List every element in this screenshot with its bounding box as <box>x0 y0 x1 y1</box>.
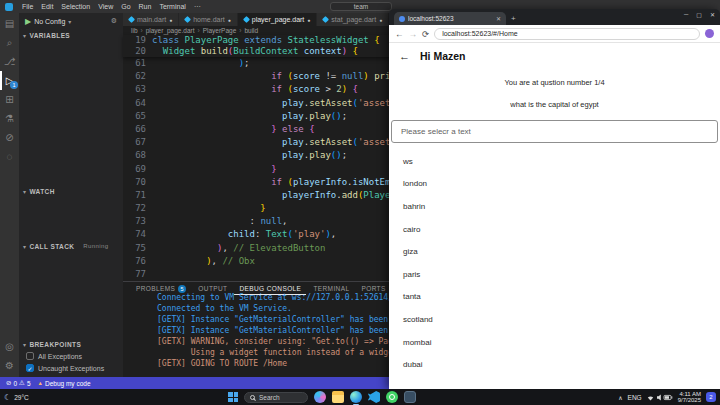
modified-dot[interactable]: ● <box>169 17 172 23</box>
minimize-button[interactable]: ─ <box>684 11 688 18</box>
source-control-icon[interactable]: ⎇ <box>0 52 19 71</box>
start-button[interactable] <box>228 392 238 402</box>
maximize-button[interactable]: ▢ <box>696 11 702 18</box>
breadcrumb-item[interactable]: PlayerPage <box>203 27 237 34</box>
back-button[interactable]: ← <box>395 29 404 39</box>
breadcrumb-separator-icon: › <box>197 27 199 34</box>
section-watch[interactable]: WATCH <box>19 185 123 197</box>
taskbar-search[interactable]: Search <box>244 392 308 403</box>
chevron-down-icon <box>23 243 26 250</box>
hidden-icons-chevron[interactable]: ∧ <box>618 394 622 401</box>
line-number: 76 <box>125 255 152 268</box>
system-tray: ∧ ENG 4:11 AM 9/7/2025 2 <box>618 389 716 405</box>
testing-icon[interactable]: ⚗ <box>0 109 19 128</box>
forward-button[interactable]: → <box>409 29 418 39</box>
date: 9/7/2025 <box>678 397 701 404</box>
answer-option[interactable]: scotland <box>389 308 720 331</box>
settings-icon[interactable]: ⚙ <box>0 356 19 375</box>
answer-option[interactable]: london <box>389 173 720 196</box>
problems-status[interactable]: ⊘ 0 ⚠ 5 <box>6 379 31 387</box>
answer-option[interactable]: dubai <box>389 353 720 376</box>
menu-item-file[interactable]: File <box>18 3 37 11</box>
language-indicator[interactable]: ENG <box>628 394 642 401</box>
menu-item-run[interactable]: Run <box>135 3 156 11</box>
answer-option[interactable]: ws <box>389 150 720 173</box>
tab-close-icon[interactable]: ✕ <box>496 15 501 22</box>
answer-option[interactable]: mombai <box>389 331 720 354</box>
editor-tab[interactable]: stat_page.dart● <box>317 13 389 26</box>
answer-option[interactable]: cairo <box>389 218 720 241</box>
panel-tab-label: PORTS <box>361 285 385 292</box>
section-label: VARIABLES <box>29 32 70 39</box>
call-stack-status: Running <box>83 243 108 249</box>
command-center[interactable]: team <box>330 2 392 11</box>
menu-item-go[interactable]: Go <box>117 3 134 11</box>
account-icon[interactable]: ◎ <box>0 337 19 356</box>
search-icon[interactable]: ⌕ <box>0 33 19 52</box>
notification-badge[interactable]: 2 <box>706 392 716 402</box>
tray-status-icons[interactable] <box>647 393 673 402</box>
chat-icon[interactable]: ◌ <box>0 147 19 166</box>
section-breakpoints[interactable]: BREAKPOINTS <box>19 338 123 350</box>
refresh-button[interactable]: ⟳ <box>422 29 429 39</box>
editor-tab[interactable]: main.dart● <box>123 13 179 26</box>
menu-item-edit[interactable]: Edit <box>37 3 57 11</box>
profile-avatar[interactable] <box>705 29 714 38</box>
answer-option[interactable]: tanta <box>389 286 720 309</box>
address-bar[interactable]: localhost:52623/#/Home <box>434 28 700 40</box>
run-debug-icon[interactable]: ▷1 <box>0 71 19 90</box>
flame-icon: ▲ <box>38 380 43 386</box>
clock[interactable]: 4:11 AM 9/7/2025 <box>678 391 701 404</box>
file-explorer-icon[interactable] <box>332 391 344 403</box>
debug-status[interactable]: ▲ Debug my code <box>38 380 91 387</box>
panel-tab-label: DEBUG CONSOLE <box>239 285 301 292</box>
extensions-icon[interactable]: ⊞ <box>0 90 19 109</box>
explorer-icon[interactable]: ▤ <box>0 14 19 33</box>
weather-widget[interactable]: ☾ 29°C <box>4 389 29 405</box>
copilot-icon[interactable] <box>314 391 326 403</box>
new-tab-button[interactable]: + <box>511 14 516 23</box>
answer-input[interactable]: Please selecr a text <box>391 120 718 143</box>
editor-tab[interactable]: home.dart● <box>179 13 238 26</box>
vscode-icon[interactable] <box>368 391 380 403</box>
debug-config-select[interactable]: No Config <box>34 18 65 25</box>
answer-option[interactable]: bahrin <box>389 195 720 218</box>
start-debug-button[interactable]: ▶ <box>25 17 31 26</box>
section-variables[interactable]: VARIABLES <box>19 29 123 41</box>
vscode-logo-icon <box>5 3 13 11</box>
whatsapp-icon[interactable] <box>386 391 398 403</box>
page-title: Hi Mazen <box>420 50 466 62</box>
breakpoint-item[interactable]: Uncaught Exceptions <box>19 362 123 374</box>
search-label: Search <box>259 394 280 401</box>
breadcrumb-item[interactable]: lib <box>131 27 138 34</box>
editor-tab[interactable]: player_page.dart● <box>238 13 318 26</box>
breadcrumb-item[interactable]: player_page.dart <box>146 27 195 34</box>
modified-dot[interactable]: ● <box>379 17 382 23</box>
checkbox[interactable] <box>26 364 34 372</box>
menu-item-view[interactable]: View <box>94 3 117 11</box>
breakpoint-item[interactable]: All Exceptions <box>19 350 123 362</box>
debug-gear-icon[interactable]: ⚙ <box>111 17 117 25</box>
taskbar: ☾ 29°C Search ∧ ENG 4:11 AM 9/7/202 <box>0 389 720 405</box>
browser-tab[interactable]: localhost:52623 ✕ <box>394 12 506 25</box>
modified-dot[interactable]: ● <box>228 17 231 23</box>
wifi-icon <box>647 396 652 400</box>
error-icon: ⊘ <box>6 379 11 387</box>
dart-icon <box>243 16 250 23</box>
edge-icon[interactable] <box>350 391 362 403</box>
breadcrumb-item[interactable]: build <box>244 27 258 34</box>
menu-item-terminal[interactable]: Terminal <box>155 3 189 11</box>
close-button[interactable]: ✕ <box>710 11 715 18</box>
section-call-stack[interactable]: CALL STACKRunning <box>19 240 123 252</box>
phone-link-icon[interactable] <box>404 391 416 403</box>
answer-option[interactable]: paris <box>389 263 720 286</box>
menu-item-selection[interactable]: Selection <box>57 3 94 11</box>
checkbox[interactable] <box>26 352 34 360</box>
answer-option[interactable]: giza <box>389 240 720 263</box>
activity-badge: 1 <box>10 81 18 89</box>
menu-item-[interactable]: ⋯ <box>190 3 205 11</box>
modified-dot[interactable]: ● <box>307 17 310 23</box>
page-back-arrow-icon[interactable]: ← <box>399 50 410 62</box>
remote-explorer-icon[interactable]: ⊘ <box>0 128 19 147</box>
favicon <box>399 16 405 22</box>
